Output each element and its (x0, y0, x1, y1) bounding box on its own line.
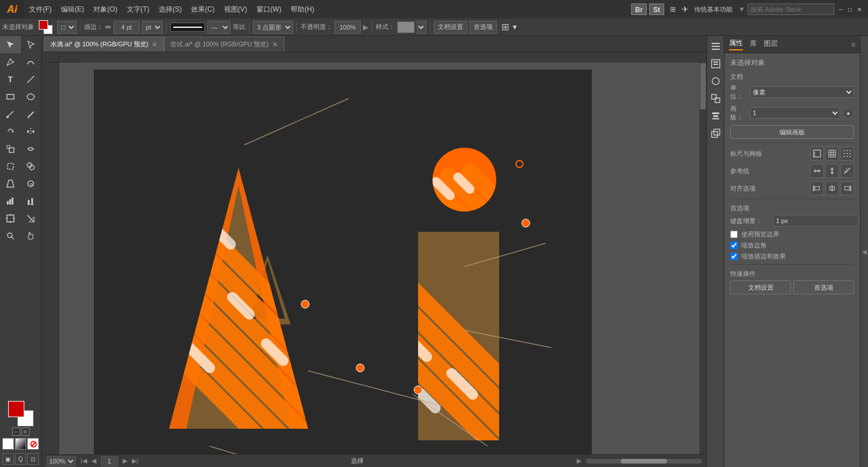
close-button[interactable]: ✕ (855, 5, 863, 13)
shape-builder-tool[interactable] (21, 158, 42, 175)
scale-strokes-checkbox[interactable] (730, 242, 738, 249)
canvas-scrollbar-v[interactable] (699, 63, 706, 454)
stroke-preview[interactable] (170, 23, 205, 32)
zoom-tool[interactable] (0, 227, 21, 245)
stroke-style-select[interactable]: — (207, 21, 230, 34)
preview-bounds-checkbox[interactable] (730, 231, 738, 238)
preferences-btn[interactable]: 首选项 (470, 21, 497, 34)
stroke-width-input[interactable] (113, 21, 140, 34)
view-btn[interactable]: ⊡ (27, 453, 39, 465)
column-graph-tool[interactable] (21, 192, 42, 210)
tab-shuidi[interactable]: 水滴.ai* @ 100% (RGB/GPU 预览) ✕ (44, 37, 164, 52)
style-preview[interactable] (397, 21, 415, 33)
style-select[interactable] (417, 21, 426, 34)
pencil-tool[interactable] (21, 105, 42, 123)
none-mode-btn[interactable]: ⊘ (27, 438, 39, 450)
slice-tool[interactable] (21, 210, 42, 227)
color-panel-icon[interactable] (707, 73, 724, 89)
warp-tool[interactable] (21, 140, 42, 158)
ellipse-tool[interactable] (21, 88, 42, 105)
right-collapse-handle[interactable]: ◀ (860, 36, 868, 467)
align-panel-icon[interactable] (707, 108, 724, 124)
h-scrollbar[interactable] (586, 459, 702, 464)
fill-stroke-swatches[interactable] (8, 401, 34, 426)
reflect-tool[interactable] (21, 123, 42, 140)
maximize-button[interactable]: □ (846, 5, 854, 13)
fill-type-select[interactable]: □ (57, 21, 76, 34)
fill-stroke-selector[interactable] (39, 20, 53, 34)
paintbrush-tool[interactable] (0, 105, 21, 123)
page-input[interactable] (101, 456, 118, 466)
artboard-select[interactable]: 1 (750, 107, 840, 119)
align-center-icon[interactable] (825, 181, 839, 195)
scale-tool[interactable] (0, 140, 21, 158)
align-right-icon[interactable] (840, 181, 854, 195)
type-tool[interactable]: T (0, 71, 21, 88)
nav-last-icon[interactable]: ▶| (132, 457, 138, 465)
menu-object[interactable]: 对象(O) (89, 0, 122, 19)
hand-tool[interactable] (21, 227, 42, 245)
artboard-toggle[interactable]: ● (843, 107, 854, 119)
nav-start-icon[interactable]: ◀ (91, 457, 96, 465)
line-tool[interactable] (21, 71, 42, 88)
keyboard-inc-input[interactable] (773, 215, 859, 227)
menu-effect[interactable]: 效果(C) (186, 0, 219, 19)
ruler-icon[interactable] (810, 147, 824, 160)
perspective-tool[interactable] (0, 175, 21, 192)
default-colors-btn[interactable]: D (21, 428, 30, 436)
menu-view[interactable]: 视图(V) (219, 0, 252, 19)
color-mode-btn[interactable] (2, 438, 14, 450)
guide-v-icon[interactable] (825, 164, 839, 178)
grid-icon[interactable] (825, 147, 839, 160)
transform-icon[interactable] (707, 90, 724, 107)
bridge-btn[interactable]: Br (631, 3, 647, 15)
opacity-input[interactable] (335, 21, 361, 34)
fill-swatch[interactable] (8, 401, 24, 417)
tab-properties[interactable]: 属性 (729, 38, 743, 50)
tab-library[interactable]: 库 (750, 39, 757, 50)
arrow-icon[interactable]: ✈ (682, 5, 688, 14)
stroke-unit-select[interactable]: pt (142, 21, 163, 34)
gradient-mode-btn[interactable] (15, 438, 27, 450)
menu-edit[interactable]: 编辑(E) (56, 0, 89, 19)
doc-settings-btn[interactable]: 文档设置 (434, 21, 467, 34)
scroll-thumb-v[interactable] (700, 63, 706, 110)
menu-select[interactable]: 选择(S) (154, 0, 186, 19)
tab-changshi[interactable]: 尝试.ai* @ 100% (RGB/GPU 预览) ✕ (164, 37, 284, 52)
scale-effects-checkbox[interactable] (730, 253, 738, 260)
nav-end-icon[interactable]: ▶ (123, 457, 127, 465)
graph-tool[interactable] (0, 192, 21, 210)
print-tiling-btn[interactable]: ▣ (2, 453, 14, 465)
guide-diagonal-icon[interactable] (840, 164, 854, 178)
tab-layers[interactable]: 图层 (764, 39, 778, 50)
opacity-arrow[interactable]: ▶ (363, 23, 368, 31)
dot-grid-icon[interactable] (840, 147, 854, 160)
menu-file[interactable]: 文件(F) (24, 0, 56, 19)
library-icon[interactable] (707, 56, 724, 72)
pathfinder-icon[interactable] (707, 125, 724, 141)
more-icon[interactable]: ▼ (511, 23, 518, 31)
minimize-button[interactable]: ─ (837, 5, 845, 13)
artboard-tool[interactable] (0, 210, 21, 227)
align-left-icon[interactable] (810, 181, 824, 195)
rectangle-tool[interactable] (0, 88, 21, 105)
quick-preferences-btn[interactable]: 首选项 (793, 280, 854, 294)
edit-artboard-btn[interactable]: 编辑画板 (730, 125, 854, 139)
h-scroll-thumb[interactable] (621, 459, 667, 464)
stock-btn[interactable]: St (649, 3, 664, 15)
pen-tool[interactable] (0, 53, 21, 71)
menu-text[interactable]: 文字(T) (122, 0, 154, 19)
symbol-tool[interactable]: ⚙ (21, 175, 42, 192)
arrange-icon[interactable]: ⊞ (501, 21, 509, 32)
nav-prev-icon[interactable]: |◀ (80, 457, 87, 465)
menu-help[interactable]: 帮助(H) (286, 0, 319, 19)
points-select[interactable]: 3 点圆形 (253, 21, 293, 34)
layout-icon[interactable]: ⊞ (670, 5, 676, 13)
guide-h-icon[interactable] (810, 164, 824, 178)
zoom-select[interactable]: 100% (46, 456, 76, 466)
zoom-level-btn[interactable]: Q (15, 453, 27, 465)
rotate-tool[interactable] (0, 123, 21, 140)
tab-close-1[interactable]: ✕ (152, 41, 158, 48)
properties-icon[interactable] (707, 38, 724, 54)
play-icon[interactable]: ▶ (577, 457, 581, 465)
